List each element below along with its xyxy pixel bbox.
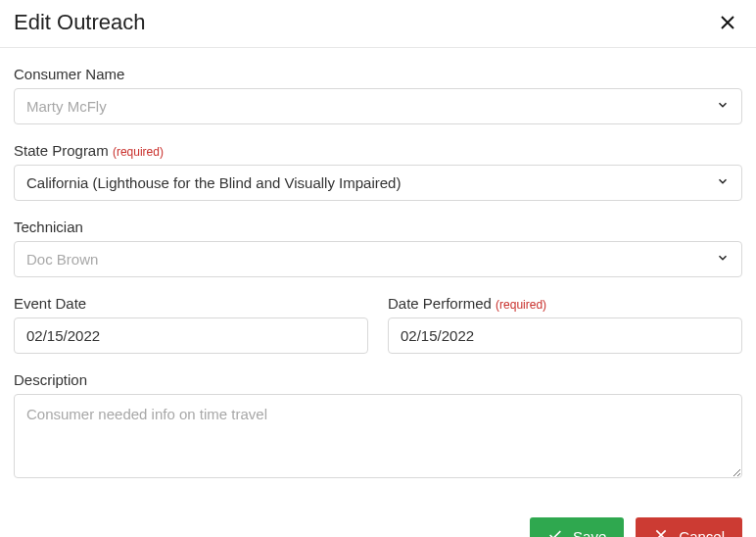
state-program-value: California (Lighthouse for the Blind and… xyxy=(26,174,401,191)
description-field: Description xyxy=(14,371,742,482)
date-performed-input[interactable] xyxy=(388,317,742,354)
cancel-button[interactable]: Cancel xyxy=(636,517,742,537)
close-button[interactable] xyxy=(715,10,740,35)
chevron-down-icon xyxy=(716,251,730,268)
modal-body: Consumer Name Marty McFly State Program … xyxy=(0,48,756,482)
description-textarea[interactable] xyxy=(14,394,742,478)
cancel-button-label: Cancel xyxy=(679,528,725,537)
technician-value: Doc Brown xyxy=(26,251,98,268)
modal-header: Edit Outreach xyxy=(0,0,756,48)
event-date-label: Event Date xyxy=(14,295,368,312)
state-program-label-text: State Program xyxy=(14,142,109,159)
save-button[interactable]: Save xyxy=(530,517,624,537)
event-date-input[interactable] xyxy=(14,317,368,354)
edit-outreach-modal: Edit Outreach Consumer Name Marty McFly … xyxy=(0,0,756,537)
date-performed-required: (required) xyxy=(496,298,546,312)
chevron-down-icon xyxy=(716,174,730,191)
technician-field: Technician Doc Brown xyxy=(14,219,742,277)
state-program-required: (required) xyxy=(113,145,164,159)
technician-label: Technician xyxy=(14,219,742,235)
consumer-name-select[interactable]: Marty McFly xyxy=(14,88,742,124)
state-program-field: State Program (required) California (Lig… xyxy=(14,142,742,201)
check-icon xyxy=(547,527,563,537)
modal-footer: Save Cancel xyxy=(0,500,756,537)
consumer-name-label: Consumer Name xyxy=(14,66,742,82)
consumer-name-field: Consumer Name Marty McFly xyxy=(14,66,742,124)
consumer-name-value: Marty McFly xyxy=(26,98,107,115)
dates-row: Event Date Date Performed (required) xyxy=(14,295,742,371)
state-program-label: State Program (required) xyxy=(14,142,742,159)
date-performed-label: Date Performed (required) xyxy=(388,295,742,312)
chevron-down-icon xyxy=(716,98,730,115)
state-program-select[interactable]: California (Lighthouse for the Blind and… xyxy=(14,165,742,201)
close-icon xyxy=(653,527,669,537)
date-performed-field: Date Performed (required) xyxy=(388,295,742,354)
date-performed-label-text: Date Performed xyxy=(388,295,492,312)
close-icon xyxy=(719,20,736,34)
event-date-field: Event Date xyxy=(14,295,368,354)
description-label: Description xyxy=(14,371,742,388)
save-button-label: Save xyxy=(573,528,606,537)
technician-select[interactable]: Doc Brown xyxy=(14,241,742,277)
modal-title: Edit Outreach xyxy=(14,10,146,35)
